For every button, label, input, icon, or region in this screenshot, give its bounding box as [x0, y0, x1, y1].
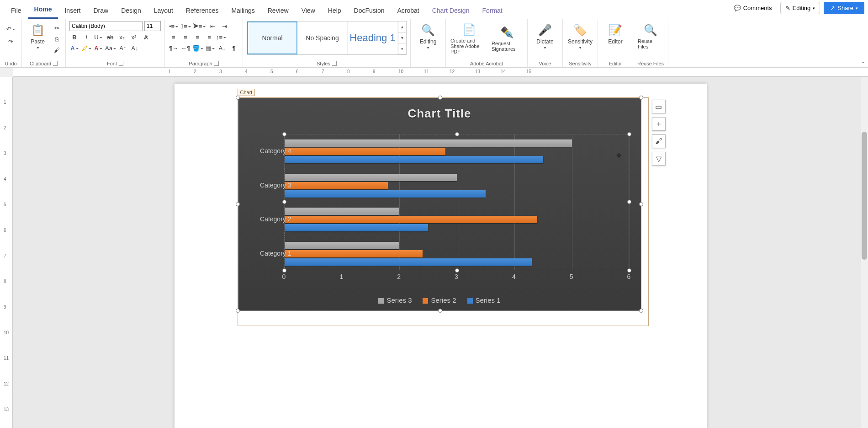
document-canvas[interactable]: Chart Chart Title 0123456 Series 3Series…	[13, 77, 868, 428]
italic-button[interactable]: I	[81, 32, 91, 42]
tab-format[interactable]: Format	[476, 3, 508, 19]
tab-docfusion[interactable]: DocFusion	[348, 3, 391, 19]
redo-button[interactable]: ↷	[6, 37, 16, 47]
rtl-button[interactable]: ←¶	[180, 43, 191, 53]
chart-title[interactable]: Chart Title	[238, 98, 641, 121]
bar-series-3-category-4[interactable]	[285, 139, 572, 147]
align-right-button[interactable]: ≡	[192, 32, 202, 42]
font-launcher[interactable]	[119, 61, 123, 66]
multilevel-button[interactable]: ⮞≡	[193, 21, 206, 31]
change-case-button[interactable]: Aa	[105, 43, 116, 53]
paste-button[interactable]: 📋 Paste ▾	[26, 21, 50, 52]
cut-button[interactable]: ✂	[52, 23, 62, 33]
superscript-button[interactable]: x²	[129, 32, 139, 42]
bar-series-3-category-1[interactable]	[285, 242, 400, 249]
tab-acrobat[interactable]: Acrobat	[391, 3, 425, 19]
vertical-ruler[interactable]: 12345678910111213141516	[0, 77, 13, 428]
chart-styles-button[interactable]: 🖌	[652, 134, 666, 148]
bar-series-2-category-1[interactable]	[285, 250, 423, 257]
tab-layout[interactable]: Layout	[148, 3, 180, 19]
styles-scroll-up[interactable]: ▲	[398, 21, 406, 32]
copy-button[interactable]: ⎘	[52, 34, 62, 44]
tab-view[interactable]: View	[295, 3, 322, 19]
x-axis[interactable]: 0123456	[284, 273, 629, 283]
format-painter-button[interactable]: 🖌	[52, 45, 62, 55]
horizontal-ruler[interactable]: 123456789101112131415	[13, 68, 868, 77]
increase-indent-button[interactable]: ⇥	[219, 21, 229, 31]
show-marks-button[interactable]: ¶	[229, 43, 239, 53]
plot-handle-nw[interactable]	[282, 132, 286, 136]
undo-button[interactable]: ↶	[6, 24, 16, 34]
plot-handle-ne[interactable]	[627, 132, 631, 136]
clear-format-button[interactable]: A̷	[141, 32, 151, 42]
underline-button[interactable]: U	[93, 32, 103, 42]
create-pdf-button[interactable]: 📄 Create and Share Adobe PDF	[450, 21, 489, 56]
dictate-button[interactable]: 🎤 Dictate ▾	[531, 21, 559, 52]
request-sign-button[interactable]: ✒️ Request Signatures	[491, 23, 524, 54]
comments-button[interactable]: 💬 Comments	[729, 2, 777, 14]
paragraph-launcher[interactable]	[214, 61, 219, 66]
font-name-combo[interactable]	[69, 21, 143, 31]
plot-area[interactable]	[284, 134, 629, 270]
highlight-button[interactable]: 🖍	[81, 43, 91, 53]
bar-series-1-category-4[interactable]	[285, 156, 543, 163]
ltr-button[interactable]: ¶→	[169, 43, 179, 53]
tab-insert[interactable]: Insert	[58, 3, 87, 19]
object-handle-w[interactable]	[236, 202, 240, 206]
justify-button[interactable]: ≡	[204, 32, 214, 42]
plot-handle-n[interactable]	[455, 132, 459, 136]
style-no-spacing[interactable]: No Spacing	[297, 21, 348, 54]
legend-item[interactable]: Series 2	[423, 296, 456, 304]
tab-home[interactable]: Home	[28, 2, 58, 19]
bar-series-1-category-3[interactable]	[285, 190, 486, 198]
numbering-button[interactable]: 1≡	[180, 21, 191, 31]
bar-series-3-category-3[interactable]	[285, 174, 457, 181]
styles-gallery[interactable]: Normal No Spacing Heading 1 ▲ ▼ ▾	[247, 21, 407, 55]
styles-scroll-down[interactable]: ▼	[398, 32, 406, 43]
vertical-scrollbar[interactable]	[861, 77, 868, 428]
chart-filters-button[interactable]: ▽	[652, 152, 666, 166]
tab-review[interactable]: Review	[261, 3, 295, 19]
object-handle-nw[interactable]	[236, 96, 240, 100]
share-button[interactable]: ↗ Share ▾	[824, 2, 864, 14]
sort-button[interactable]: A↓	[217, 43, 227, 53]
align-left-button[interactable]: ≡	[169, 32, 179, 42]
shading-button[interactable]: 🪣	[192, 43, 203, 53]
font-color-button[interactable]: A	[93, 43, 103, 53]
chart-elements-button[interactable]: ＋	[652, 117, 666, 131]
legend[interactable]: Series 3Series 2Series 1	[238, 296, 641, 304]
bold-button[interactable]: B	[69, 32, 79, 42]
plot-handle-e[interactable]	[627, 200, 631, 204]
object-handle-n[interactable]	[438, 96, 442, 100]
plot-handle-se[interactable]	[627, 268, 631, 273]
layout-options-button[interactable]: ▭	[652, 100, 666, 113]
object-handle-se[interactable]	[639, 309, 643, 313]
legend-item[interactable]: Series 3	[378, 296, 412, 304]
legend-item[interactable]: Series 1	[467, 296, 501, 304]
bar-series-1-category-1[interactable]	[285, 258, 532, 266]
tab-draw[interactable]: Draw	[87, 3, 115, 19]
tab-file[interactable]: File	[5, 3, 28, 19]
object-handle-e[interactable]	[639, 202, 643, 206]
line-spacing-button[interactable]: ↕≡	[216, 32, 226, 42]
style-heading-1[interactable]: Heading 1	[348, 21, 398, 54]
editing-mode-button[interactable]: ✎ Editing ▾	[780, 2, 820, 14]
styles-launcher[interactable]	[332, 61, 337, 66]
object-handle-sw[interactable]	[236, 309, 240, 313]
chart-area[interactable]: Chart Title 0123456 Series 3Series 2Seri…	[238, 98, 641, 311]
tab-chart-design[interactable]: Chart Design	[426, 3, 476, 19]
tab-mailings[interactable]: Mailings	[225, 3, 261, 19]
borders-button[interactable]: ▦	[205, 43, 215, 53]
clipboard-launcher[interactable]	[53, 61, 58, 66]
style-normal[interactable]: Normal	[247, 21, 297, 54]
grow-font-button[interactable]: A↑	[118, 43, 128, 53]
sensitivity-button[interactable]: 🏷️ Sensitivity ▾	[566, 21, 594, 52]
text-effects-button[interactable]: A	[69, 43, 79, 53]
editing-dropdown[interactable]: 🔍 Editing ▾	[414, 21, 442, 52]
bar-series-3-category-2[interactable]	[285, 208, 400, 215]
tab-references[interactable]: References	[180, 3, 225, 19]
editor-button[interactable]: 📝 Editor	[602, 21, 629, 47]
chart-object[interactable]: Chart Chart Title 0123456 Series 3Series…	[238, 97, 649, 326]
shrink-font-button[interactable]: A↓	[130, 43, 140, 53]
plot-handle-s[interactable]	[455, 268, 459, 273]
